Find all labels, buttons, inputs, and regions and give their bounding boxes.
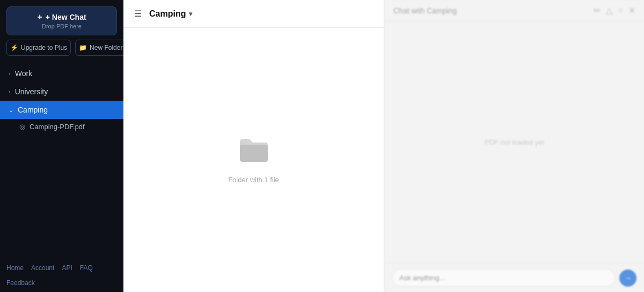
- new-folder-button[interactable]: 📁 New Folder: [75, 40, 126, 56]
- sidebar: + + New Chat Drop PDF here ⚡ Upgrade to …: [0, 0, 123, 292]
- upload-icon: △: [606, 5, 612, 16]
- close-icon: ✕: [628, 5, 635, 16]
- folder-title-button[interactable]: Camping ▾: [149, 9, 192, 19]
- sidebar-item-work-label: Work: [15, 69, 32, 78]
- sidebar-item-camping-label: Camping: [18, 106, 48, 114]
- chevron-down-icon: ⌄: [9, 107, 13, 114]
- upgrade-label: Upgrade to Plus: [21, 44, 67, 51]
- file-icon: ◎: [19, 123, 25, 131]
- new-chat-label: + New Chat: [46, 13, 86, 21]
- upgrade-to-plus-button[interactable]: ⚡ Upgrade to Plus: [6, 40, 71, 56]
- folder-title-label: Camping: [149, 9, 186, 19]
- main-header: ☰ Camping ▾: [123, 0, 384, 28]
- chat-send-button[interactable]: →: [619, 269, 636, 287]
- sidebar-toggle-icon: ☰: [134, 9, 142, 18]
- chat-header-icons: ✏ △ ○ ✕: [594, 5, 635, 16]
- drop-pdf-label: Drop PDF here: [14, 23, 109, 29]
- chat-input-area: →: [385, 263, 644, 292]
- sidebar-item-camping-pdf[interactable]: ◎ Camping-PDF.pdf: [0, 119, 123, 134]
- footer-link-account[interactable]: Account: [31, 264, 54, 272]
- main-body: Folder with 1 file: [123, 28, 384, 292]
- circle-icon: ○: [618, 5, 623, 16]
- camping-pdf-label: Camping-PDF.pdf: [30, 123, 85, 131]
- sidebar-nav: › Work › University ⌄ Camping ◎ Camping-…: [0, 62, 123, 259]
- folder-empty-text: Folder with 1 file: [228, 176, 279, 184]
- footer-link-faq[interactable]: FAQ: [80, 264, 93, 272]
- plus-icon: +: [37, 12, 42, 22]
- main-content: ☰ Camping ▾ Folder with 1 file: [123, 0, 384, 292]
- folder-dropdown-icon: ▾: [189, 10, 192, 18]
- edit-icon: ✏: [594, 5, 601, 16]
- chevron-right-icon: ›: [9, 70, 11, 77]
- footer-link-home[interactable]: Home: [6, 264, 24, 272]
- chat-panel: Chat with Camping ✏ △ ○ ✕ PDF not loaded…: [384, 0, 644, 292]
- sidebar-item-camping[interactable]: ⌄ Camping: [0, 101, 123, 119]
- new-folder-icon: 📁: [79, 44, 87, 51]
- chat-placeholder-text: PDF not loaded yet: [485, 138, 544, 146]
- chat-header: Chat with Camping ✏ △ ○ ✕: [385, 0, 644, 21]
- sidebar-footer: Home Account API FAQ Feedback: [0, 259, 123, 292]
- sidebar-actions: ⚡ Upgrade to Plus 📁 New Folder: [6, 40, 117, 56]
- chevron-right-icon: ›: [9, 88, 11, 95]
- sidebar-item-university[interactable]: › University: [0, 83, 123, 101]
- new-folder-label: New Folder: [90, 44, 122, 51]
- new-chat-button[interactable]: + + New Chat Drop PDF here: [6, 6, 117, 35]
- footer-link-feedback[interactable]: Feedback: [6, 279, 35, 287]
- chat-messages: PDF not loaded yet: [385, 21, 644, 263]
- sidebar-item-university-label: University: [15, 87, 48, 96]
- toggle-sidebar-button[interactable]: ☰: [132, 6, 144, 21]
- send-icon: →: [624, 274, 632, 282]
- upgrade-icon: ⚡: [10, 44, 18, 51]
- chat-title: Chat with Camping: [393, 6, 457, 15]
- sidebar-item-work[interactable]: › Work: [0, 64, 123, 83]
- folder-empty-icon: [238, 136, 270, 170]
- footer-link-api[interactable]: API: [62, 264, 72, 272]
- chat-input[interactable]: [392, 269, 615, 287]
